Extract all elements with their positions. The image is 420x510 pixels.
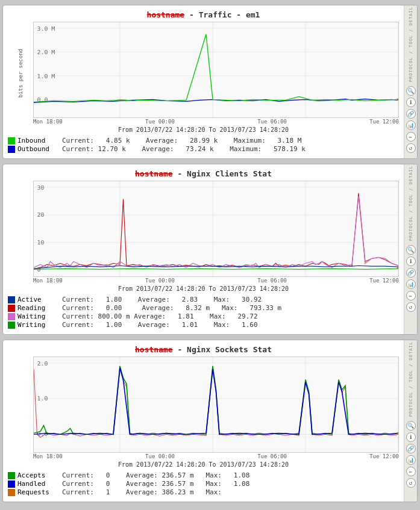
nginx-sockets-sidebar-label: PROTOCOL / TOOL / DETAIL (409, 341, 413, 417)
svg-marker-12 (397, 98, 398, 101)
nginx-sockets-x-labels: Mon 18:00 Tue 00:00 Tue 06:00 Tue 12:00 (33, 453, 399, 459)
nginx-clients-panel: hostname - Nginx Clients Stat (2, 164, 418, 335)
legend-row-active: Active Current: 1.80 Average: 2.83 Max: … (8, 296, 399, 303)
inbound-color (8, 137, 15, 145)
nginx-sockets-main: hostname - Nginx Sockets Stat (3, 340, 404, 502)
nginx-sockets-chart: 2.0 1.0 0.0 (33, 356, 399, 453)
outbound-label: Outbound (17, 145, 60, 153)
nginx-sockets-y-label-col (8, 356, 33, 459)
legend-row-waiting: Waiting Current: 800.00 m Average: 1.81 … (8, 313, 399, 320)
requests-color (8, 489, 15, 496)
chart-icon-3[interactable]: 📊 (406, 455, 416, 465)
outbound-values: Current: 12.70 k Average: 73.24 k Maximu… (62, 145, 306, 153)
legend-row-requests: Requests Current: 1 Average: 386.23 m Ma… (8, 488, 399, 496)
nginx-sockets-time-range: From 2013/07/22 14:28:20 To 2013/07/23 1… (8, 461, 399, 468)
nginx-clients-time-range: From 2013/07/22 14:28:20 To 2013/07/23 1… (8, 285, 399, 292)
svg-text:10: 10 (37, 239, 45, 245)
traffic-legend: Inbound Current: 4.85 k Average: 28.99 k… (8, 137, 399, 153)
link-icon-2[interactable]: 🔗 (406, 268, 416, 278)
writing-color (8, 322, 15, 329)
svg-text:30: 30 (37, 184, 45, 190)
nginx-sockets-chart-wrapper: 2.0 1.0 0.0 Mon 18:0 (8, 356, 399, 459)
nginx-clients-y-label-col (8, 181, 33, 284)
svg-text:20: 20 (37, 212, 45, 218)
legend-row-inbound: Inbound Current: 4.85 k Average: 28.99 k… (8, 137, 399, 145)
traffic-panel-main: hostname - Traffic - em1 bits per second (3, 5, 404, 158)
active-values: Current: 1.80 Average: 2.83 Max: 30.92 (62, 296, 262, 303)
edit-icon[interactable]: ✏ (406, 132, 416, 141)
nginx-clients-sidebar-label: PROTOCOL / TOOL / DETAIL (409, 166, 413, 241)
nginx-clients-chart-box: 30 20 10 0 (33, 181, 399, 284)
inbound-label: Inbound (17, 137, 60, 145)
accepts-color (8, 472, 15, 479)
zoom-icon-2[interactable]: 🔍 (406, 245, 416, 255)
info-icon[interactable]: ℹ (406, 98, 416, 107)
nginx-sockets-panel: hostname - Nginx Sockets Stat (2, 340, 418, 502)
nginx-sockets-chart-box: 2.0 1.0 0.0 Mon 18:0 (33, 356, 399, 459)
info-icon-2[interactable]: ℹ (406, 257, 416, 266)
chart-icon-2[interactable]: 📊 (406, 279, 416, 289)
nginx-clients-x-labels: Mon 18:00 Tue 00:00 Tue 06:00 Tue 12:00 (33, 278, 399, 284)
legend-row-outbound: Outbound Current: 12.70 k Average: 73.24… (8, 145, 399, 153)
nginx-clients-title-suffix: - Nginx Clients Stat (177, 169, 272, 178)
link-icon[interactable]: 🔗 (406, 109, 416, 119)
nginx-sockets-legend: Accepts Current: 0 Average: 236.57 m Max… (8, 471, 399, 496)
traffic-hostname: hostname (147, 10, 185, 19)
traffic-sidebar: PROTOCOL / TOOL / DETAIL 🔍 ℹ 🔗 📊 ✏ ↺ (404, 5, 417, 158)
refresh-icon-3[interactable]: ↺ (406, 478, 416, 488)
active-color (8, 296, 15, 303)
zoom-icon-3[interactable]: 🔍 (406, 421, 416, 431)
refresh-icon-2[interactable]: ↺ (406, 302, 416, 312)
nginx-sockets-title-suffix: - Nginx Sockets Stat (177, 345, 272, 354)
waiting-label: Waiting (17, 313, 60, 320)
traffic-title: hostname - Traffic - em1 (8, 10, 399, 19)
writing-values: Current: 1.00 Average: 1.01 Max: 1.60 (62, 321, 258, 329)
inbound-values: Current: 4.85 k Average: 28.99 k Maximum… (62, 137, 301, 145)
writing-label: Writing (17, 321, 60, 329)
svg-text:2.0 M: 2.0 M (37, 49, 55, 55)
traffic-chart-box: 3.0 M 2.0 M 1.0 M 0.0 (33, 22, 399, 125)
traffic-sidebar-label: PROTOCOL / TOOL / DETAIL (409, 7, 413, 82)
nginx-sockets-sidebar: PROTOCOL / TOOL / DETAIL 🔍 ℹ 🔗 📊 ✏ ↺ (404, 340, 417, 502)
active-label: Active (17, 296, 60, 303)
accepts-label: Accepts (17, 471, 60, 479)
reading-values: Current: 0.00 Average: 8.32 m Max: 793.3… (62, 304, 281, 312)
requests-values: Current: 1 Average: 386.23 m Max: (62, 488, 222, 496)
requests-label: Requests (17, 488, 60, 496)
edit-icon-2[interactable]: ✏ (406, 291, 416, 300)
info-icon-3[interactable]: ℹ (406, 432, 416, 442)
handled-label: Handled (17, 480, 60, 488)
traffic-x-labels: Mon 18:00 Tue 00:00 Tue 06:00 Tue 12:00 (33, 119, 399, 125)
legend-row-reading: Reading Current: 0.00 Average: 8.32 m Ma… (8, 304, 399, 312)
svg-text:1.0 M: 1.0 M (37, 73, 55, 79)
edit-icon-3[interactable]: ✏ (406, 467, 416, 476)
reading-color (8, 305, 15, 312)
page-container: hostname - Traffic - em1 bits per second (0, 0, 420, 507)
nginx-clients-svg: 30 20 10 0 (34, 181, 398, 276)
legend-row-handled: Handled Current: 0 Average: 236.57 m Max… (8, 480, 399, 488)
link-icon-3[interactable]: 🔗 (406, 444, 416, 453)
nginx-sockets-title: hostname - Nginx Sockets Stat (8, 345, 399, 354)
nginx-clients-chart-wrapper: 30 20 10 0 (8, 181, 399, 284)
legend-row-accepts: Accepts Current: 0 Average: 236.57 m Max… (8, 471, 399, 479)
nginx-clients-title: hostname - Nginx Clients Stat (8, 169, 399, 178)
svg-text:2.0: 2.0 (37, 360, 48, 366)
refresh-icon[interactable]: ↺ (406, 143, 416, 153)
nginx-sockets-hostname: hostname (135, 345, 173, 354)
svg-marker-25 (397, 266, 398, 269)
chart-icon[interactable]: 📊 (406, 120, 416, 130)
zoom-icon[interactable]: 🔍 (406, 86, 416, 96)
svg-text:3.0 M: 3.0 M (37, 25, 55, 31)
accepts-values: Current: 0 Average: 236.57 m Max: 1.08 (62, 471, 249, 479)
traffic-time-range: From 2013/07/22 14:28:20 To 2013/07/23 1… (8, 126, 399, 133)
nginx-clients-hostname: hostname (135, 169, 173, 178)
handled-color (8, 480, 15, 488)
waiting-values: Current: 800.00 m Average: 1.81 Max: 29.… (62, 313, 258, 320)
traffic-panel: hostname - Traffic - em1 bits per second (2, 5, 418, 159)
reading-label: Reading (17, 304, 60, 312)
nginx-clients-sidebar: PROTOCOL / TOOL / DETAIL 🔍 ℹ 🔗 📊 ✏ ↺ (404, 164, 417, 334)
nginx-clients-chart: 30 20 10 0 (33, 181, 399, 277)
svg-text:1.0: 1.0 (37, 396, 48, 402)
svg-marker-36 (397, 432, 398, 434)
nginx-clients-legend: Active Current: 1.80 Average: 2.83 Max: … (8, 296, 399, 329)
